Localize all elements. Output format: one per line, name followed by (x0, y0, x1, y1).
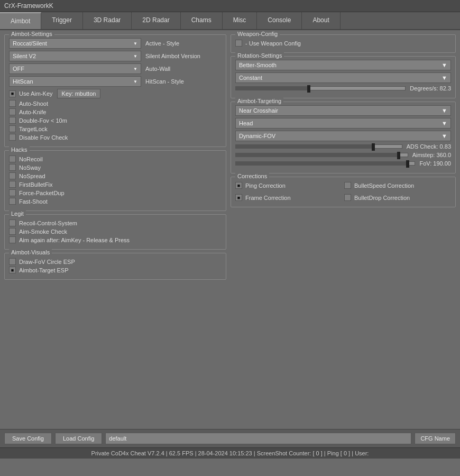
ads-label: ADS Check: 0.83 (407, 143, 451, 150)
draw-fov-checkbox[interactable] (9, 258, 16, 265)
tab-trigger[interactable]: Trigger (41, 12, 83, 29)
norecoil-label: NoRecoil (19, 156, 43, 162)
norecoil-checkbox[interactable] (9, 155, 16, 162)
active-style-dropdown[interactable]: Roccat/Silent ▼ (9, 38, 141, 49)
cb-nosway: NoSway (9, 164, 222, 171)
fov-slider[interactable] (235, 161, 415, 166)
targetlock-checkbox[interactable] (9, 125, 16, 132)
force-packetdup-label: Force-PacketDup (19, 190, 65, 196)
tab-3d-radar[interactable]: 3D Radar (83, 12, 132, 29)
use-aim-key-label: Use Aim-Key (19, 90, 53, 97)
tab-about[interactable]: About (302, 12, 340, 29)
degrees-slider[interactable] (235, 86, 406, 90)
nospread-label: NoSpread (19, 173, 45, 179)
auto-shoot-label: Auto-Shoot (19, 100, 48, 107)
disable-fov-checkbox[interactable] (9, 134, 16, 141)
auto-knife-checkbox[interactable] (9, 108, 16, 115)
ping-correction-checkbox[interactable] (235, 182, 242, 189)
fast-shoot-checkbox[interactable] (9, 198, 16, 205)
mode-dropdown[interactable]: Constant ▼ (235, 72, 451, 83)
silent-version-label: Silent Aimbot Version (145, 53, 200, 59)
tab-bar: Aimbot Trigger 3D Radar 2D Radar Chams M… (0, 12, 460, 30)
dropdown-arrow-2: ▼ (133, 67, 137, 71)
rotation-settings-group: Rotation-Settings Better-Smooth ▼ Consta… (231, 56, 456, 98)
cb-aim-smoke: Aim-Smoke Check (9, 228, 222, 235)
cb-force-packetdup: Force-PacketDup (9, 189, 222, 196)
smooth-arrow-icon: ▼ (441, 62, 447, 68)
nospread-checkbox[interactable] (9, 172, 16, 179)
aimbot-visuals-group: Aimbot-Visuals Draw-FoV Circle ESP Aimbo… (4, 253, 226, 280)
silent-version-dropdown[interactable]: Silent V2 ▼ (9, 51, 141, 61)
cb-auto-shoot: Auto-Shoot (9, 100, 222, 107)
aim-again-checkbox[interactable] (9, 236, 16, 243)
aimbot-settings-label: Aimbot-Settings (9, 31, 54, 37)
main-content: Aimbot-Settings Roccat/Silent ▼ Active -… (0, 30, 460, 429)
tab-misc[interactable]: Misc (223, 12, 257, 29)
cb-firstbulletfix: FirstBulletFix (9, 181, 222, 188)
use-aim-key-checkbox[interactable] (9, 90, 16, 97)
cb-norecoil: NoRecoil (9, 155, 222, 162)
double-fov-label: Double-Fov < 10m (19, 117, 67, 124)
tab-aimbot[interactable]: Aimbot (0, 12, 41, 29)
cfg-name-input[interactable] (105, 433, 411, 444)
save-config-button[interactable]: Save Config (4, 433, 52, 444)
auto-wall-dropdown[interactable]: OFF ▼ (9, 63, 141, 74)
load-config-button[interactable]: Load Config (55, 433, 102, 444)
cb-bulletspeed-correction: BulletSpeed Correction (344, 182, 451, 189)
use-weapon-checkbox[interactable] (235, 40, 242, 47)
cb-targetlock: TargetLock (9, 125, 222, 132)
nosway-label: NoSway (19, 164, 41, 171)
use-weapon-label: - Use Weapon Config (245, 40, 301, 47)
nosway-checkbox[interactable] (9, 164, 16, 171)
aim-smoke-checkbox[interactable] (9, 228, 16, 235)
force-packetdup-checkbox[interactable] (9, 189, 16, 196)
aimstep-slider[interactable] (235, 153, 408, 157)
bottom-bar: Save Config Load Config CFG Name (0, 429, 460, 447)
bulletspeed-correction-label: BulletSpeed Correction (354, 182, 414, 189)
tab-chams[interactable]: Chams (181, 12, 223, 29)
weapon-config-group: Weapon-Config - Use Weapon Config (231, 34, 456, 53)
tab-2d-radar[interactable]: 2D Radar (132, 12, 180, 29)
aimbot-targeting-label: Aimbot-Targeting (235, 98, 283, 104)
draw-fov-label: Draw-FoV Circle ESP (19, 259, 75, 265)
dropdown-row-0: Roccat/Silent ▼ Active - Style (9, 38, 222, 49)
status-bar: Private CoD4x Cheat V7.2.4 | 62.5 FPS | … (0, 447, 460, 459)
cb-disable-fov: Disable Fov Check (9, 134, 222, 141)
smooth-dropdown[interactable]: Better-Smooth ▼ (235, 60, 451, 70)
mode-arrow-icon: ▼ (441, 75, 447, 81)
rcs-checkbox[interactable] (9, 219, 16, 226)
frame-correction-checkbox[interactable] (235, 194, 242, 201)
fov-label: FoV: 190.00 (419, 160, 451, 167)
cfg-name-label: CFG Name (415, 433, 456, 444)
active-style-label: Active - Style (145, 40, 179, 47)
bone-dropdown[interactable]: Head ▼ (235, 118, 451, 129)
title-bar: CrX-FrameworkK (0, 0, 460, 12)
dropdown-arrow-1: ▼ (133, 54, 137, 59)
aimbot-settings-group: Aimbot-Settings Roccat/Silent ▼ Active -… (4, 34, 226, 147)
fast-shoot-label: Fast-Shoot (19, 198, 48, 205)
tab-console[interactable]: Console (257, 12, 302, 29)
target-arrow-icon: ▼ (441, 107, 447, 114)
auto-shoot-checkbox[interactable] (9, 100, 16, 107)
ads-slider[interactable] (235, 144, 402, 149)
bulletdrop-correction-checkbox[interactable] (344, 194, 351, 201)
corrections-grid: Ping Correction BulletSpeed Correction F… (235, 180, 451, 203)
hitscan-style-dropdown[interactable]: HitScan ▼ (9, 76, 141, 87)
aimbot-target-label: Aimbot-Target ESP (19, 267, 69, 273)
target-dropdown[interactable]: Near Crosshair ▼ (235, 105, 451, 116)
aimbot-target-checkbox[interactable] (9, 267, 16, 273)
dropdown-row-2: OFF ▼ Auto-Wall (9, 63, 222, 74)
cb-nospread: NoSpread (9, 172, 222, 179)
cb-auto-knife: Auto-Knife (9, 108, 222, 115)
firstbulletfix-checkbox[interactable] (9, 181, 16, 188)
degrees-label: Degrees/s: 82.3 (410, 85, 451, 91)
cb-aimbot-target: Aimbot-Target ESP (9, 267, 222, 273)
bulletspeed-correction-checkbox[interactable] (344, 182, 351, 189)
status-text: Private CoD4x Cheat V7.2.4 | 62.5 FPS | … (91, 450, 369, 456)
key-button[interactable]: Key: mbutton (57, 89, 101, 98)
fov-dropdown[interactable]: Dynamic-FOV ▼ (235, 131, 451, 141)
cb-draw-fov: Draw-FoV Circle ESP (9, 258, 222, 265)
double-fov-checkbox[interactable] (9, 117, 16, 124)
aimbot-visuals-label: Aimbot-Visuals (9, 249, 52, 255)
aim-smoke-label: Aim-Smoke Check (19, 228, 67, 235)
